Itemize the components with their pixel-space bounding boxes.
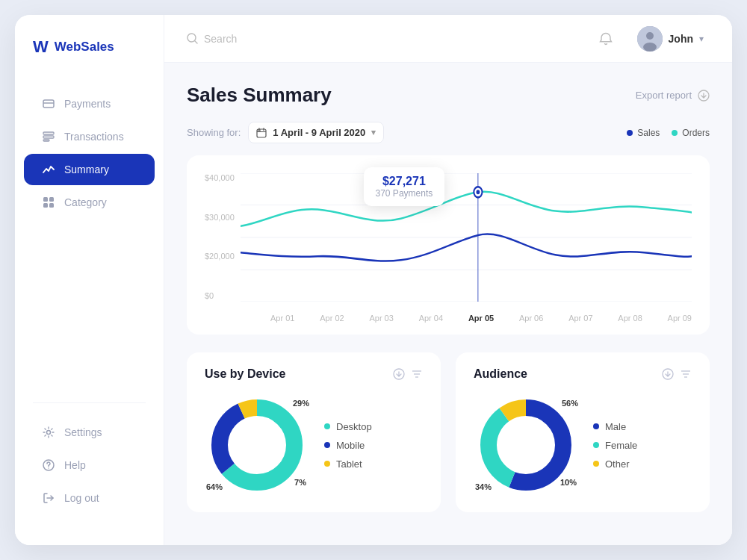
- tablet-dot: [324, 461, 330, 467]
- export-button[interactable]: Export report: [636, 90, 710, 102]
- content-area: Sales Summary Export report Showing for:: [164, 63, 732, 545]
- device-export-icon[interactable]: [393, 368, 405, 380]
- mobile-dot: [324, 442, 330, 448]
- main-content: Search J: [164, 15, 732, 545]
- filter-label: Showing for:: [187, 127, 241, 138]
- device-label-desktop: 64%: [206, 482, 223, 491]
- page-header: Sales Summary Export report: [187, 84, 710, 107]
- x-axis-labels: Apr 01 Apr 02 Apr 03 Apr 04 Apr 05 Apr 0…: [241, 308, 692, 323]
- nav-divider: [33, 402, 146, 403]
- logout-label: Log out: [64, 492, 99, 504]
- legend-sales: Sales: [627, 128, 660, 138]
- nav-section: Payments Transactions: [15, 87, 164, 391]
- bell-icon: [599, 32, 613, 46]
- audience-label-female: 34%: [475, 482, 492, 491]
- bottom-row: Use by Device: [187, 352, 710, 512]
- sidebar-item-logout[interactable]: Log out: [24, 482, 155, 514]
- svg-point-39: [229, 417, 285, 473]
- audience-widget: Audience: [456, 352, 710, 512]
- x-label-apr09: Apr 09: [668, 314, 692, 323]
- avatar: [637, 26, 663, 52]
- svg-point-31: [477, 190, 480, 194]
- device-legend-tablet: Tablet: [324, 458, 372, 470]
- sidebar: W WebSales Payments: [15, 15, 164, 545]
- female-dot: [593, 442, 599, 448]
- audience-donut-chart: 56% 34% 10%: [474, 393, 578, 497]
- sidebar-item-summary[interactable]: Summary: [24, 154, 155, 185]
- category-label: Category: [64, 196, 107, 208]
- sidebar-item-payments[interactable]: Payments: [24, 88, 155, 119]
- settings-label: Settings: [64, 426, 102, 438]
- filter-row: Showing for: 10 1 April - 9 April 2020 ▾: [187, 122, 710, 143]
- summary-icon: [42, 163, 55, 176]
- y-label-0: $0: [205, 291, 235, 300]
- audience-legend-other: Other: [593, 458, 637, 470]
- x-label-apr04: Apr 04: [419, 314, 443, 323]
- device-donut-svg: [205, 393, 309, 497]
- export-icon: [698, 90, 710, 102]
- audience-legend-male: Male: [593, 421, 637, 432]
- header-right: John ▾: [592, 23, 710, 55]
- device-widget-body: 64% 29% 7% Desktop Mob: [205, 393, 423, 497]
- date-range-picker[interactable]: 10 1 April - 9 April 2020 ▾: [248, 122, 384, 143]
- svg-rect-7: [43, 203, 48, 208]
- desktop-dot: [324, 423, 330, 429]
- device-widget: Use by Device: [187, 352, 441, 512]
- audience-label-other: 10%: [560, 478, 577, 487]
- device-donut-chart: 64% 29% 7%: [205, 393, 309, 497]
- svg-rect-8: [49, 203, 54, 208]
- user-name: John: [669, 33, 693, 45]
- svg-point-9: [47, 431, 51, 435]
- sidebar-logo: W WebSales: [15, 37, 164, 87]
- audience-widget-body: 56% 34% 10% Male Femal: [474, 393, 692, 497]
- app-container: W WebSales Payments: [15, 15, 732, 545]
- notification-button[interactable]: [592, 25, 619, 52]
- svg-point-16: [646, 32, 654, 40]
- y-label-20k: $20,000: [205, 252, 235, 261]
- svg-rect-4: [43, 140, 49, 141]
- chart-card: $27,271 370 Payments $40,000 $30,000 $20…: [187, 155, 710, 335]
- payments-label: Payments: [64, 98, 111, 110]
- other-dot: [593, 461, 599, 467]
- orders-legend-dot: [672, 130, 678, 136]
- user-menu[interactable]: John ▾: [631, 23, 710, 55]
- svg-rect-5: [43, 197, 48, 202]
- sales-legend-label: Sales: [637, 128, 660, 138]
- audience-legend: Male Female Other: [593, 421, 637, 470]
- y-axis-labels: $40,000 $30,000 $20,000 $0: [205, 173, 235, 300]
- svg-line-14: [195, 41, 198, 44]
- device-legend: Desktop Mobile Tablet: [324, 421, 372, 470]
- audience-widget-header: Audience: [474, 367, 692, 381]
- settings-icon: [42, 426, 55, 439]
- transactions-icon: [42, 130, 55, 143]
- device-widget-header: Use by Device: [205, 367, 423, 381]
- export-label: Export report: [636, 90, 692, 101]
- audience-filter-icon[interactable]: [680, 368, 692, 380]
- audience-export-icon[interactable]: [662, 368, 674, 380]
- header: Search J: [164, 15, 732, 63]
- svg-text:10: 10: [258, 128, 261, 131]
- sidebar-item-help[interactable]: Help: [24, 449, 155, 481]
- orders-legend-label: Orders: [682, 128, 710, 138]
- male-label: Male: [605, 421, 626, 432]
- device-filter-icon[interactable]: [411, 368, 423, 380]
- search-bar[interactable]: Search: [187, 33, 577, 45]
- x-label-apr02: Apr 02: [320, 314, 344, 323]
- transactions-label: Transactions: [64, 131, 124, 143]
- svg-point-17: [643, 43, 657, 52]
- sidebar-item-settings[interactable]: Settings: [24, 417, 155, 448]
- x-label-apr03: Apr 03: [369, 314, 393, 323]
- sidebar-item-category[interactable]: Category: [24, 187, 155, 218]
- chart-legend: Sales Orders: [627, 128, 710, 138]
- svg-point-11: [48, 467, 49, 468]
- svg-rect-3: [43, 136, 54, 138]
- help-icon: [42, 458, 55, 472]
- date-range-value: 1 April - 9 April 2020: [273, 127, 365, 138]
- payments-icon: [42, 97, 55, 111]
- category-icon: [42, 196, 55, 209]
- svg-rect-6: [49, 197, 54, 202]
- search-icon: [187, 33, 198, 44]
- y-label-30k: $30,000: [205, 213, 235, 222]
- logo-icon: W: [33, 37, 49, 57]
- sidebar-item-transactions[interactable]: Transactions: [24, 121, 155, 152]
